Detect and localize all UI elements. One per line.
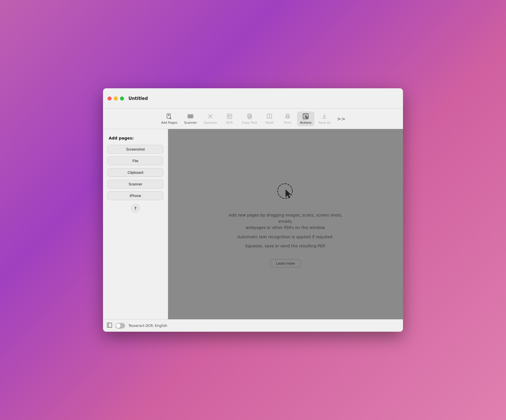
copy-text-label: Copy Text	[242, 121, 257, 125]
sidebar-title: Add pages:	[108, 136, 163, 140]
sidebar-toggle-icon[interactable]	[107, 323, 112, 329]
window-title: Untitled	[128, 96, 148, 101]
copy-text-icon	[246, 113, 253, 120]
print-label: Print	[284, 121, 291, 125]
scanner-label: Scanner	[184, 121, 197, 125]
toolbar-squeeze[interactable]: Squeeze	[201, 112, 220, 126]
ocr-status-label: Tesseract OCR: English	[128, 324, 167, 328]
ocr-toggle-thumb	[116, 323, 121, 328]
svg-rect-12	[209, 115, 211, 117]
scanner-button[interactable]: Scanner	[108, 180, 163, 188]
read-label: Read	[266, 121, 274, 125]
toolbar-save-as[interactable]: Save As	[316, 112, 334, 126]
svg-rect-24	[286, 117, 289, 118]
toolbar-more-button[interactable]: >>	[335, 114, 348, 123]
statusbar: Tesseract OCR: English	[103, 319, 403, 332]
toolbar-read[interactable]: Read	[261, 112, 278, 126]
app-window: Untitled Add Pages	[103, 88, 403, 332]
read-icon	[266, 113, 273, 120]
help-button[interactable]: ?	[131, 204, 140, 213]
squeeze-icon	[207, 113, 213, 120]
sidebar: Add pages: Screenshot File Clipboard Sca…	[103, 129, 168, 319]
main-description: Add new pages by dragging images, scans,…	[223, 212, 348, 252]
toolbar-copy-text[interactable]: Copy Text	[239, 112, 260, 126]
print-icon	[284, 113, 291, 120]
svg-line-8	[208, 114, 209, 115]
minimize-button[interactable]	[114, 97, 118, 100]
clipboard-button[interactable]: Clipboard	[108, 168, 163, 177]
learn-more-button[interactable]: Learn more	[270, 259, 301, 267]
toolbar-print[interactable]: Print	[279, 112, 296, 126]
content-area: Add pages: Screenshot File Clipboard Sca…	[103, 129, 403, 319]
add-pages-label: Add Pages	[161, 121, 177, 125]
svg-line-11	[211, 117, 212, 118]
svg-line-9	[211, 114, 212, 115]
toolbar-scanner[interactable]: Scanner	[181, 112, 200, 126]
ocr-icon: T	[226, 113, 233, 120]
actions-label: Actions	[300, 121, 311, 125]
close-button[interactable]	[108, 97, 112, 100]
svg-point-35	[278, 184, 292, 198]
svg-text:T: T	[228, 114, 229, 116]
main-line3: Automatic text recognition is applied if…	[223, 234, 348, 240]
toolbar-ocr[interactable]: T OCR	[221, 112, 238, 126]
svg-line-10	[208, 117, 209, 118]
titlebar: Untitled	[103, 88, 403, 109]
screenshot-button[interactable]: Screenshot	[108, 145, 163, 154]
main-line4: Squeeze, save or send the resulting PDF.	[223, 243, 348, 249]
actions-icon	[303, 113, 309, 120]
traffic-lights	[108, 97, 124, 100]
drop-area: Add new pages by dragging images, scans,…	[168, 129, 403, 319]
main-line1: Add new pages by dragging images, scans,…	[223, 212, 348, 231]
ocr-toggle[interactable]	[115, 323, 125, 329]
svg-rect-18	[248, 114, 251, 118]
scanner-icon	[187, 113, 194, 120]
fullscreen-button[interactable]	[120, 97, 124, 100]
svg-point-25	[289, 116, 290, 117]
toolbar: Add Pages Scanner	[103, 109, 403, 129]
svg-marker-36	[286, 189, 291, 198]
save-as-icon	[321, 113, 327, 120]
iphone-button[interactable]: iPhone	[108, 191, 163, 200]
toolbar-add-pages[interactable]: Add Pages	[158, 112, 180, 126]
drop-cursor-icon	[274, 181, 297, 203]
add-pages-icon	[166, 113, 172, 120]
svg-rect-37	[107, 323, 112, 327]
ocr-label: OCR	[226, 121, 233, 125]
toolbar-actions[interactable]: Actions	[297, 112, 314, 126]
save-as-label: Save As	[318, 121, 331, 125]
file-button[interactable]: File	[108, 157, 163, 165]
squeeze-label: Squeeze	[204, 121, 217, 125]
